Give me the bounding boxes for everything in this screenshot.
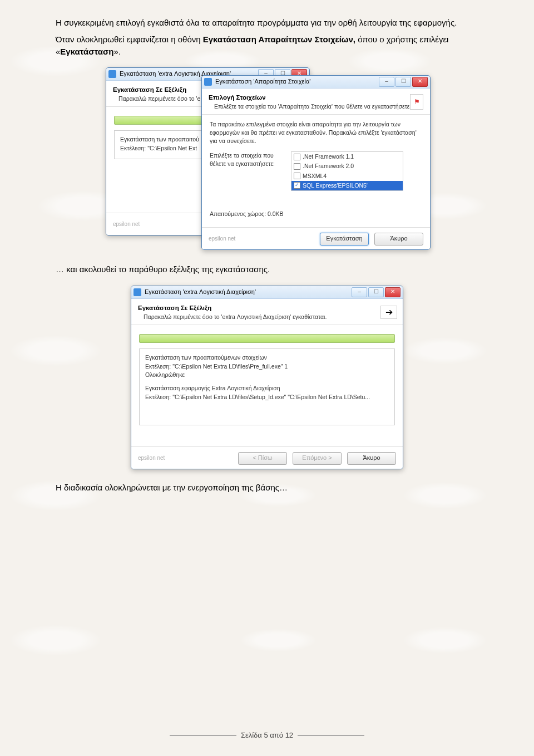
maximize-button[interactable]: ☐ (395, 77, 411, 87)
paragraph-1: Η συγκεκριμένη επιλογή εγκαθιστά όλα τα … (56, 17, 478, 29)
paragraph-3: … και ακολουθεί το παράθυρο εξέλιξης της… (56, 263, 478, 276)
minimize-button[interactable]: – (352, 287, 367, 297)
flag-icon: ⚑ (410, 94, 423, 110)
status-box: Εγκατάσταση των προαπαιτούμενων στοιχείω… (139, 348, 395, 425)
brand-label: epsilon net (138, 454, 165, 463)
page-footer: Σελίδα 5 από 12 (0, 731, 534, 739)
install-button[interactable]: Εγκατάσταση (320, 233, 369, 246)
maximize-button[interactable]: ☐ (368, 287, 384, 297)
cancel-button[interactable]: Άκυρο (374, 233, 423, 246)
arrow-icon: ➔ (380, 306, 397, 319)
close-button[interactable]: ✕ (385, 287, 400, 297)
brand-label: epsilon net (113, 220, 140, 229)
cancel-button[interactable]: Άκυρο (347, 452, 396, 465)
app-icon (108, 70, 116, 78)
list-item[interactable]: MSXML4 (291, 171, 403, 181)
minimize-button[interactable]: – (379, 77, 394, 87)
components-listbox[interactable]: .Net Framework 1.1 .Net Framework 2.0 MS… (291, 151, 403, 191)
paragraph-2: Όταν ολοκληρωθεί εμφανίζεται η οθόνη Εγκ… (56, 33, 478, 58)
paragraph-4: Η διαδικασία ολοκληρώνεται με την ενεργο… (56, 482, 478, 494)
next-button[interactable]: Επόμενο > (293, 452, 342, 465)
app-icon (204, 78, 212, 86)
brand-label: epsilon net (209, 235, 235, 243)
back-button[interactable]: < Πίσω (238, 452, 287, 465)
list-item[interactable]: SQL Express'EPSILON5' (291, 181, 403, 190)
window-title-c: Εγκατάσταση 'extra Λογιστική Διαχείριση' (145, 288, 352, 297)
header-title: Επιλογή Στοιχείων (209, 93, 423, 102)
required-space-label: Απαιτούμενος χώρος: 0.0KB (210, 210, 422, 218)
progress-bar (139, 334, 395, 343)
close-button[interactable]: ✕ (412, 77, 428, 87)
header-subtitle: Επιλέξτε τα στοιχεία του 'Απαραίτητα Στο… (214, 102, 423, 111)
header-subtitle: Παρακαλώ περιμένετε όσο το 'extra Λογιστ… (144, 313, 396, 321)
select-label: Επιλέξτε τα στοιχεία που θέλετε να εγκατ… (210, 151, 282, 191)
list-item[interactable]: .Net Framework 1.1 (291, 152, 403, 161)
app-icon (134, 288, 141, 296)
list-item[interactable]: .Net Framework 2.0 (291, 161, 403, 171)
header-title: Εγκατάσταση Σε Εξέλιξη (138, 303, 396, 313)
window-title-b: Εγκατάσταση 'Απαραίτητα Στοιχεία' (215, 77, 379, 86)
description-text: Τα παρακάτω επιλεγμένα στοιχεία είναι απ… (210, 120, 422, 145)
